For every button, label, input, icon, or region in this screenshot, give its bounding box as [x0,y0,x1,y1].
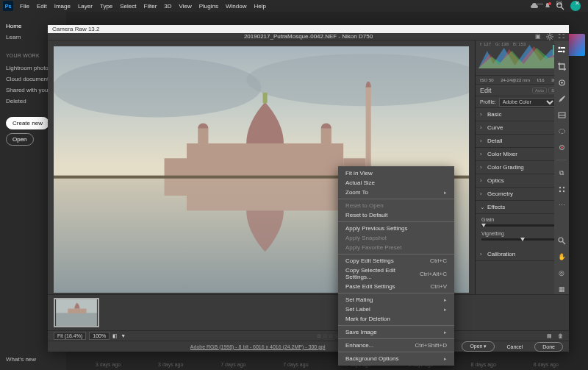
svg-point-33 [559,190,560,191]
open-button[interactable]: Open [6,133,34,146]
zoom-fit-select[interactable]: Fit (18.4%) [54,332,86,340]
menu-image[interactable]: Image [51,3,74,10]
menu-plugins[interactable]: Plugins [196,3,222,10]
ps-logo: Ps [3,1,13,11]
context-menu: Fit in ViewActual SizeZoom To▸Reset to O… [338,166,454,366]
svg-rect-20 [561,47,565,49]
svg-rect-22 [558,51,562,52]
ctx-item[interactable]: Background Options▸ [338,354,454,363]
grid-tool-icon[interactable]: ▦ [556,284,567,294]
menu-help[interactable]: Help [250,3,269,10]
svg-point-34 [562,190,564,191]
footer-bar: Fit (18.4%) 100% ◧ ▼ ⊙ ☆ ☆ ☆ ☆ ☆ ⊙ ▤ 🗑 [48,330,569,341]
ctx-item: Apply Snapshot [338,233,454,243]
edit-tool-icon[interactable] [556,45,567,55]
zoom-tool-icon[interactable] [556,235,567,246]
ctx-item: Apply Favorite Preset [338,243,454,252]
grid-view-icon[interactable]: ▤ [547,333,552,339]
svg-rect-12 [321,129,331,143]
gear-icon[interactable] [545,32,554,41]
close-icon[interactable]: ✕ [571,0,584,7]
svg-line-1 [562,7,564,10]
open-image-button[interactable]: Open ▾ [462,341,495,352]
ctx-item[interactable]: Mark for Deletion [338,314,454,324]
toggle-preview-icon[interactable]: ▣ [534,32,542,41]
trash-icon[interactable]: 🗑 [558,333,563,338]
menu-edit[interactable]: Edit [33,3,51,10]
filmstrip [48,294,569,330]
workflow-link[interactable]: Adobe RGB (1998) - 8 bit - 6016 x 4016 (… [190,344,326,349]
ctx-item[interactable]: Apply Previous Settings [338,224,454,233]
ctx-item[interactable]: Zoom To▸ [338,188,454,197]
svg-point-19 [559,47,561,49]
snapshot-icon[interactable]: ⧉ [556,168,567,178]
crop-tool-icon[interactable] [556,61,567,71]
svg-point-32 [562,186,564,188]
menu-window[interactable]: Window [222,3,250,10]
svg-rect-14 [187,177,343,211]
thumbnail[interactable] [54,298,99,327]
menu-type[interactable]: Type [96,3,116,10]
radial-tool-icon[interactable] [556,126,567,136]
ctx-item[interactable]: Set Label▸ [338,305,454,314]
profile-select[interactable]: Adobe Color [499,98,556,107]
menu-file[interactable]: File [16,3,33,10]
ctx-item[interactable]: Fit in View [338,168,454,178]
gradient-tool-icon[interactable] [556,110,567,120]
ctx-item[interactable]: Copy Edit SettingsCtrl+C [338,256,454,266]
zoom-pct-select[interactable]: 100% [89,332,110,340]
compare-icon[interactable]: ◧ [112,333,118,339]
svg-rect-13 [366,88,371,177]
vignette-label: Vignetting [481,231,504,236]
heal-tool-icon[interactable] [556,77,567,88]
ctx-item[interactable]: Enhance...Ctrl+Shift+D [338,341,454,350]
svg-point-4 [54,57,262,117]
svg-rect-11 [198,129,208,143]
minimize-icon[interactable]: — [534,0,547,7]
more-icon[interactable]: ⋯ [556,200,567,210]
ctx-item[interactable]: Set Rating▸ [338,295,454,305]
create-new-button[interactable]: Create new [6,117,49,129]
whats-new-link[interactable]: What's new [6,356,36,363]
menu-3d[interactable]: 3D [160,3,175,10]
ctx-item: Reset to Open [338,201,454,210]
svg-point-28 [559,129,564,133]
sampler-tool-icon[interactable]: ◎ [556,268,567,278]
svg-rect-8 [165,158,187,177]
presets-icon[interactable] [556,184,567,194]
svg-point-30 [561,146,563,149]
filename-label: 20190217_PutraMosque-0042.NEF - Nikon D7… [244,33,373,40]
ctx-item[interactable]: Copy Selected Edit Settings...Ctrl+Alt+C [338,266,454,282]
svg-line-36 [562,241,565,244]
filter-icon[interactable]: ▼ [121,333,126,338]
grain-label: Grain [481,217,494,222]
svg-rect-39 [68,309,86,313]
fullscreen-icon[interactable]: ⛶ [557,32,566,41]
svg-point-31 [559,186,560,188]
redeye-tool-icon[interactable] [556,142,567,152]
footer-bar-2: Adobe RGB (1998) - 8 bit - 6016 x 4016 (… [48,341,569,352]
app-menubar: Ps File Edit Image Layer Type Select Fil… [0,0,588,12]
svg-point-2 [548,35,551,38]
svg-rect-15 [165,177,187,196]
ctx-item[interactable]: Reset to Default [338,210,454,220]
maximize-icon[interactable]: ☐ [553,0,565,7]
ctx-item[interactable]: Actual Size [338,178,454,188]
menu-view[interactable]: View [176,3,196,10]
menu-layer[interactable]: Layer [74,3,96,10]
menu-select[interactable]: Select [116,3,140,10]
svg-point-35 [559,238,563,242]
grain-slider[interactable] [481,224,563,227]
svg-rect-10 [263,93,268,103]
rating-stars[interactable]: ⊙ ☆ ☆ ☆ ☆ ☆ ⊙ [132,333,541,339]
cancel-button[interactable]: Cancel [499,343,530,351]
ctx-item[interactable]: Paste Edit SettingsCtrl+V [338,282,454,291]
menu-filter[interactable]: Filter [140,3,161,10]
vignette-slider[interactable] [481,238,563,241]
hand-tool-icon[interactable]: ✋ [556,252,567,262]
ctx-item[interactable]: Save Image▸ [338,327,454,337]
auto-button[interactable]: Auto [532,88,547,93]
done-button[interactable]: Done [534,342,563,352]
brush-tool-icon[interactable] [556,93,567,104]
svg-point-21 [563,51,565,53]
